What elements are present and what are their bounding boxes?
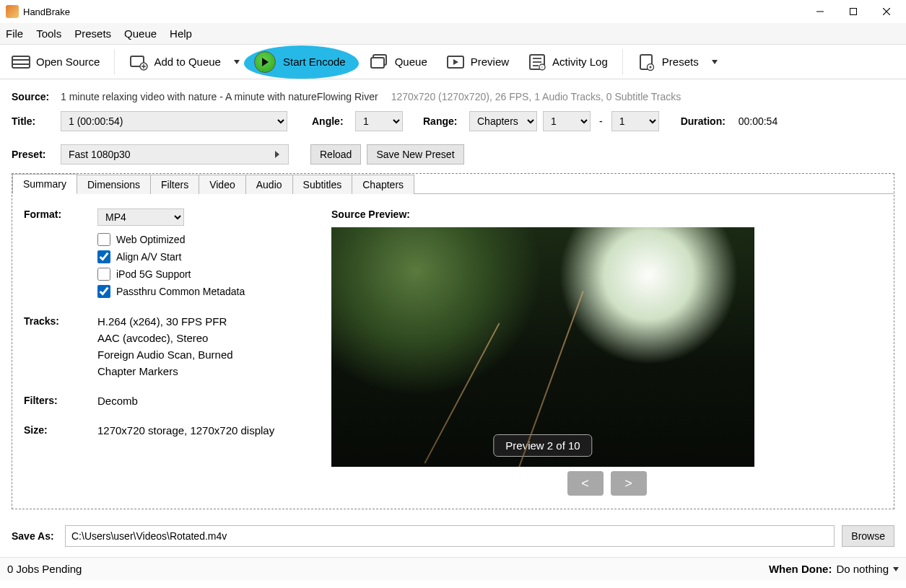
svg-rect-1 <box>850 9 857 15</box>
tracks-label: Tracks: <box>24 315 97 382</box>
when-done-label: When Done: <box>769 563 832 575</box>
play-icon[interactable] <box>254 51 276 73</box>
range-label: Range: <box>423 115 463 127</box>
tracks-video: H.264 (x264), 30 FPS PFR <box>97 315 313 328</box>
tracks-foreign: Foreign Audio Scan, Burned <box>97 348 313 361</box>
web-optimized-label: Web Optimized <box>116 234 185 245</box>
preview-badge: Preview 2 of 10 <box>493 434 592 457</box>
preset-label: Preset: <box>12 149 55 160</box>
passthru-metadata-checkbox[interactable] <box>97 285 110 298</box>
preset-select[interactable]: Fast 1080p30 <box>61 144 289 164</box>
size-label: Size: <box>24 424 97 441</box>
activity-log-button[interactable]: i Activity Log <box>520 48 615 76</box>
presets-dropdown-icon[interactable] <box>712 60 718 64</box>
start-encode-highlight: Start Encode <box>244 45 359 79</box>
tab-video[interactable]: Video <box>199 175 246 194</box>
status-bar: 0 Jobs Pending When Done: Do nothing <box>0 557 906 580</box>
browse-button[interactable]: Browse <box>842 525 894 547</box>
svg-marker-14 <box>453 59 458 65</box>
angle-label: Angle: <box>312 115 349 127</box>
save-new-preset-button[interactable]: Save New Preset <box>367 144 463 164</box>
menu-presets[interactable]: Presets <box>74 27 111 40</box>
add-to-queue-dropdown-icon[interactable] <box>234 60 240 64</box>
presets-button[interactable]: Presets <box>630 48 706 76</box>
tab-audio[interactable]: Audio <box>245 175 293 194</box>
range-start-select[interactable]: 1 <box>543 111 591 131</box>
svg-text:i: i <box>541 65 542 69</box>
add-to-queue-button[interactable]: Add to Queue <box>122 48 228 76</box>
preview-prev-button[interactable]: < <box>567 471 604 496</box>
tab-chapters[interactable]: Chapters <box>352 175 414 194</box>
preview-next-button[interactable]: > <box>611 471 647 496</box>
maximize-button[interactable] <box>837 0 870 23</box>
presets-label: Presets <box>662 56 699 68</box>
tracks-audio: AAC (avcodec), Stereo <box>97 332 313 344</box>
filters-label: Filters: <box>24 395 97 411</box>
align-av-start-row[interactable]: Align A/V Start <box>97 250 313 263</box>
chevron-down-icon <box>893 567 899 571</box>
duration-value: 00:00:54 <box>739 115 778 127</box>
start-encode-label[interactable]: Start Encode <box>283 56 346 68</box>
toolbar: Open Source Add to Queue Start Encode Qu… <box>0 45 906 79</box>
source-label: Source: <box>12 91 55 102</box>
toolbar-separator <box>622 49 623 75</box>
svg-marker-24 <box>275 151 279 158</box>
chevron-right-icon <box>274 151 281 158</box>
preview-label: Preview <box>471 56 509 68</box>
minimize-icon <box>816 8 824 15</box>
range-dash: - <box>596 115 606 127</box>
menu-tools[interactable]: Tools <box>36 27 61 40</box>
web-optimized-row[interactable]: Web Optimized <box>97 233 313 246</box>
passthru-metadata-label: Passthru Common Metadata <box>116 286 245 297</box>
size-value: 1270x720 storage, 1270x720 display <box>97 424 313 436</box>
preview-button[interactable]: Preview <box>439 48 516 76</box>
title-label: Title: <box>12 115 55 127</box>
range-mode-select[interactable]: Chapters <box>469 111 537 131</box>
tab-subtitles[interactable]: Subtitles <box>292 175 353 194</box>
svg-rect-12 <box>371 58 384 68</box>
open-source-button[interactable]: Open Source <box>4 48 107 76</box>
passthru-metadata-row[interactable]: Passthru Common Metadata <box>97 285 313 298</box>
preset-selected: Fast 1080p30 <box>69 149 131 160</box>
queue-button[interactable]: Queue <box>363 48 435 76</box>
svg-rect-4 <box>12 56 30 68</box>
queue-icon <box>370 53 389 71</box>
activity-log-icon: i <box>528 53 546 71</box>
source-name: 1 minute relaxing video with nature - A … <box>61 91 378 102</box>
menu-file[interactable]: File <box>6 27 23 40</box>
settings-tabs: Summary Dimensions Filters Video Audio S… <box>12 173 894 509</box>
source-preview-title: Source Preview: <box>331 209 882 220</box>
align-av-start-checkbox[interactable] <box>97 250 110 263</box>
ipod-support-label: iPod 5G Support <box>116 268 191 280</box>
close-button[interactable] <box>870 0 903 23</box>
duration-label: Duration: <box>681 115 733 127</box>
tracks-chapters: Chapter Markers <box>97 365 313 377</box>
minimize-button[interactable] <box>803 0 837 23</box>
when-done-select[interactable]: Do nothing <box>836 563 899 575</box>
reload-button[interactable]: Reload <box>310 144 361 164</box>
web-optimized-checkbox[interactable] <box>97 233 110 246</box>
format-select[interactable]: MP4 <box>97 209 184 226</box>
menu-bar: File Tools Presets Queue Help <box>0 23 906 45</box>
preview-icon <box>446 53 465 71</box>
filters-value: Decomb <box>97 395 313 407</box>
ipod-support-checkbox[interactable] <box>97 268 110 281</box>
source-preview-image: Preview 2 of 10 <box>331 227 754 467</box>
range-end-select[interactable]: 1 <box>611 111 659 131</box>
save-as-input[interactable] <box>65 525 835 547</box>
presets-icon <box>637 53 656 71</box>
tab-filters[interactable]: Filters <box>150 175 199 194</box>
angle-select[interactable]: 1 <box>355 111 403 131</box>
open-source-label: Open Source <box>36 56 100 68</box>
app-icon <box>6 5 19 18</box>
title-select[interactable]: 1 (00:00:54) <box>61 111 287 131</box>
align-av-start-label: Align A/V Start <box>116 251 181 263</box>
ipod-support-row[interactable]: iPod 5G Support <box>97 268 313 281</box>
menu-queue[interactable]: Queue <box>124 27 157 40</box>
add-to-queue-label: Add to Queue <box>154 56 221 68</box>
tab-dimensions[interactable]: Dimensions <box>77 175 151 194</box>
menu-help[interactable]: Help <box>170 27 192 40</box>
title-bar: HandBrake <box>0 0 906 23</box>
tab-summary[interactable]: Summary <box>12 174 77 194</box>
source-meta: 1270x720 (1270x720), 26 FPS, 1 Audio Tra… <box>391 91 681 102</box>
